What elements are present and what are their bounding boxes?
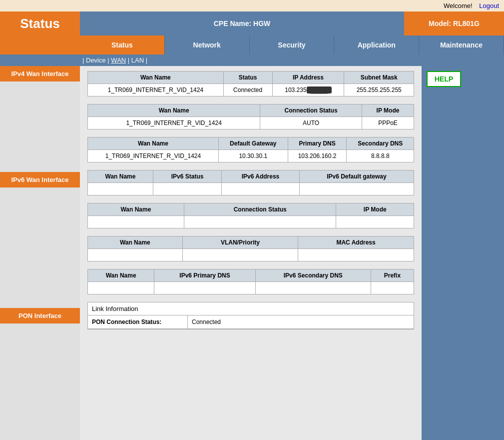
nav-security[interactable]: Security: [250, 36, 335, 54]
sidebar-gap-6: [0, 248, 80, 278]
nav-maintenance[interactable]: Maintenance: [419, 36, 504, 54]
top-bar: Welcome! Logout: [0, 0, 504, 12]
sidebar-gap-5: [0, 218, 80, 248]
status-connected: Connected: [223, 84, 272, 96]
pon-connection-value: Connected: [188, 316, 225, 328]
sidebar-gap-2: [0, 112, 80, 142]
redacted-ip: ████: [307, 86, 332, 94]
ipv4t3-col3: Primary DNS: [288, 138, 347, 150]
status-brand: Status: [0, 12, 80, 36]
ipv6t2-col1: Wan Name: [88, 204, 184, 216]
sidebar-ipv4[interactable]: IPv4 Wan Interface: [0, 66, 80, 82]
welcome-text: Welcome!: [444, 2, 473, 10]
sidebar-ipv6[interactable]: IPv6 Wan Interface: [0, 172, 80, 188]
ipv6-table2: Wan Name Connection Status IP Mode: [87, 203, 414, 228]
pon-header: Link Information: [88, 302, 414, 316]
sidebar-gap-7: [0, 278, 80, 308]
secondary-dns: 8.8.8.8: [347, 150, 414, 162]
conn-status: AUTO: [260, 117, 362, 130]
ipv4t1-col4: Subnet Mask: [344, 72, 414, 84]
ipv4t1-col2: Status: [223, 72, 272, 84]
ipv4t2-col1: Wan Name: [88, 104, 260, 117]
wan-name-1: 1_TR069_INTERNET_R_VID_1424: [88, 84, 224, 96]
pon-row: PON Connection Status: Connected: [88, 316, 414, 329]
ipv6t1-col1: Wan Name: [88, 170, 153, 183]
subnet-mask: 255.255.255.255: [344, 84, 414, 96]
main-content: Wan Name Status IP Address Subnet Mask 1…: [80, 66, 422, 440]
content-wrapper: IPv4 Wan Interface IPv6 Wan Interface PO…: [0, 66, 504, 440]
nav-spacer: [0, 36, 80, 54]
ipv4-table1: Wan Name Status IP Address Subnet Mask 1…: [87, 71, 414, 96]
ipv4t3-col1: Wan Name: [88, 138, 219, 150]
ipv6t1-col4: IPv6 Default gateway: [299, 170, 414, 183]
nav-status[interactable]: Status: [80, 36, 165, 54]
pon-connection-label: PON Connection Status:: [88, 316, 188, 328]
subnav-lan[interactable]: LAN: [131, 56, 144, 64]
ipv4t1-col1: Wan Name: [88, 72, 224, 84]
subnav-wan[interactable]: WAN: [111, 56, 126, 64]
brand-title: Status: [20, 16, 59, 32]
nav-network[interactable]: Network: [165, 36, 250, 54]
header: Status CPE Name: HGW Model: RL801G: [0, 12, 504, 36]
ipv4t1-col3: IP Address: [272, 72, 344, 84]
cpe-name: CPE Name: HGW: [80, 20, 404, 28]
pon-section: Link Information PON Connection Status: …: [87, 302, 414, 330]
ipv6t2-col3: IP Mode: [336, 204, 414, 216]
table-row: [88, 282, 414, 294]
logout-link[interactable]: Logout: [479, 2, 499, 10]
main-nav: Status Network Security Application Main…: [0, 36, 504, 54]
table-row: [88, 216, 414, 228]
table-row: 1_TR069_INTERNET_R_VID_1424 Connected 10…: [88, 84, 414, 96]
help-button[interactable]: HELP: [427, 71, 461, 87]
sidebar-gap-4: [0, 188, 80, 218]
sub-nav: | Device | WAN | LAN |: [0, 54, 504, 66]
ip-mode: PPPoE: [362, 117, 414, 130]
ipv6t4-col4: Prefix: [371, 270, 414, 282]
ipv6t1-col2: IPv6 Status: [153, 170, 221, 183]
primary-dns: 103.206.160.2: [288, 150, 347, 162]
model-name: Model: RL801G: [404, 12, 504, 36]
sidebar: IPv4 Wan Interface IPv6 Wan Interface PO…: [0, 66, 80, 440]
ipv4t2-col3: IP Mode: [362, 104, 414, 117]
nav-items: Status Network Security Application Main…: [80, 36, 504, 54]
subnav-device[interactable]: Device: [86, 56, 106, 64]
ipv6t4-col2: IPv6 Primary DNS: [154, 270, 256, 282]
table-row: 1_TR069_INTERNET_R_VID_1424 10.30.30.1 1…: [88, 150, 414, 162]
right-panel: HELP: [422, 66, 504, 440]
ipv4t2-col2: Connection Status: [260, 104, 362, 117]
nav-application[interactable]: Application: [334, 36, 419, 54]
ipv6t3-col2: VLAN/Priority: [182, 236, 298, 249]
ipv4t3-col4: Secondary DNS: [347, 138, 414, 150]
wan-name-3: 1_TR069_INTERNET_R_VID_1424: [88, 150, 219, 162]
ipv6-table3: Wan Name VLAN/Priority MAC Address: [87, 236, 414, 262]
ipv6t3-col3: MAC Address: [298, 236, 414, 249]
ip-address: 103.235████: [272, 84, 344, 96]
ipv4-table2: Wan Name Connection Status IP Mode 1_TR0…: [87, 104, 414, 130]
ipv6t1-col3: IPv6 Address: [222, 170, 300, 183]
ipv4t3-col2: Default Gateway: [218, 138, 288, 150]
ipv6t3-col1: Wan Name: [88, 236, 183, 249]
sidebar-gap-1: [0, 82, 80, 112]
table-row: [88, 249, 414, 262]
sidebar-pon[interactable]: PON Interface: [0, 308, 80, 324]
ipv6t4-col1: Wan Name: [88, 270, 154, 282]
wan-name-2: 1_TR069_INTERNET_R_VID_1424: [88, 117, 260, 130]
table-row: 1_TR069_INTERNET_R_VID_1424 AUTO PPPoE: [88, 117, 414, 130]
ipv6-table1: Wan Name IPv6 Status IPv6 Address IPv6 D…: [87, 170, 414, 196]
ipv6t4-col3: IPv6 Secondary DNS: [255, 270, 371, 282]
default-gateway: 10.30.30.1: [218, 150, 288, 162]
ipv6t2-col2: Connection Status: [184, 204, 336, 216]
ipv6-table4: Wan Name IPv6 Primary DNS IPv6 Secondary…: [87, 269, 414, 294]
sidebar-gap-3: [0, 142, 80, 172]
table-row: [88, 183, 414, 196]
ipv4-table3: Wan Name Default Gateway Primary DNS Sec…: [87, 137, 414, 162]
